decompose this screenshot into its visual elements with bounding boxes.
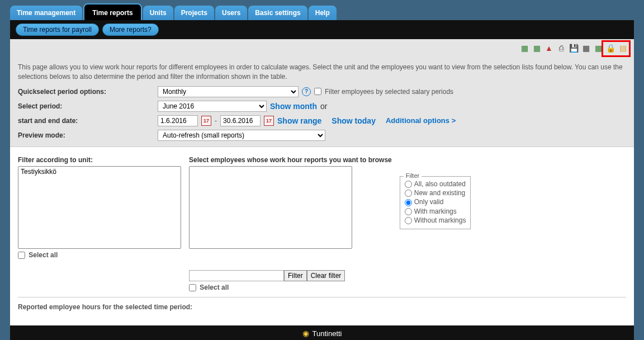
quickselect-label: Quickselect period options: [18,88,158,96]
date-dash: - [215,117,217,125]
employee-filter-label: Select employees whose work hour reports… [189,156,392,164]
tab-time-management[interactable]: Time management [10,6,82,20]
employee-filter-input[interactable] [189,270,284,281]
filter-all-radio[interactable] [405,181,412,188]
tab-time-reports[interactable]: Time reports [83,3,141,20]
additional-options-link[interactable]: Additional options > [386,116,456,125]
report-settings-icon[interactable]: ▤ [617,42,628,54]
tab-units[interactable]: Units [143,6,173,20]
unit-listbox[interactable]: Testiyksikkö [18,166,181,249]
content-area: This page allows you to view work hour r… [10,57,634,325]
filter-without-markings-radio[interactable] [405,217,412,224]
sub-tabs-bar: Time reports for payroll More reports? [10,20,634,39]
or-text: or [320,102,327,111]
filter-group: Filter All, also outdated New and existi… [400,176,471,230]
logo-icon: ◉ [302,329,309,338]
subtab-more-reports[interactable]: More reports? [102,23,159,36]
date-range-label: start and end date: [18,117,158,125]
export-pdf-icon[interactable]: ▲ [543,42,555,54]
show-month-link[interactable]: Show month [270,102,317,111]
employee-select-all[interactable]: Select all [189,284,626,291]
export-excel-alt-icon[interactable]: ▦ [531,42,542,54]
subtab-payroll-reports[interactable]: Time reports for payroll [16,23,99,36]
table-icon[interactable]: ▦ [580,42,591,54]
footer: ◉ Tuntinetti [10,325,634,340]
filter-by-salary-label: Filter employees by selected salary peri… [325,88,453,96]
employee-listbox[interactable] [189,166,352,249]
filter-new-existing-label: New and existing [414,189,465,197]
tab-basic-settings[interactable]: Basic settings [248,6,307,20]
footer-brand: Tuntinetti [312,329,342,338]
unit-select-all-checkbox[interactable] [18,252,25,259]
filter-new-existing-radio[interactable] [405,190,412,197]
help-icon[interactable]: ? [302,87,311,96]
main-tabs: Time management Time reports Units Proje… [10,6,634,20]
filter-only-valid-radio[interactable] [405,199,412,206]
show-range-link[interactable]: Show range [277,116,321,125]
filter-legend: Filter [404,172,422,179]
filter-only-valid-label: Only valid [414,198,444,206]
end-date-input[interactable] [220,115,261,126]
period-dropdown[interactable]: June 2016 [158,101,267,112]
reported-hours-label: Reported employee hours for the selected… [18,297,626,321]
tab-projects[interactable]: Projects [174,6,214,20]
lock-salary-icon[interactable]: 🔒 [605,42,616,54]
export-excel-icon[interactable]: ▦ [519,42,530,54]
filter-all-label: All, also outdated [414,180,466,188]
tab-help[interactable]: Help [309,6,337,20]
export-toolbar: ▦ ▦ ▲ ⎙ 💾 ▦ ▦ 🔒 ▤ [10,39,634,57]
select-period-label: Select period: [18,102,158,110]
calendar-end-icon[interactable]: 17 [264,116,274,126]
start-date-input[interactable] [158,115,198,126]
filter-by-salary-checkbox[interactable] [314,88,321,95]
show-today-link[interactable]: Show today [332,116,376,125]
employee-select-all-checkbox[interactable] [189,284,196,291]
filter-button[interactable]: Filter [284,270,307,281]
export-csv-icon[interactable]: ▦ [593,42,604,54]
tab-users[interactable]: Users [215,6,247,20]
save-icon[interactable]: 💾 [568,42,579,54]
calendar-start-icon[interactable]: 17 [201,116,211,126]
quickselect-dropdown[interactable]: Monthly [158,86,299,97]
clear-filter-button[interactable]: Clear filter [307,270,345,281]
preview-mode-dropdown[interactable]: Auto-refresh (small reports) [158,130,325,141]
filter-with-markings-label: With markings [414,207,457,215]
unit-filter-label: Filter according to unit: [18,156,181,164]
print-icon[interactable]: ⎙ [556,42,567,54]
filter-with-markings-radio[interactable] [405,208,412,215]
intro-text: This page allows you to view work hour r… [18,63,626,82]
filter-without-markings-label: Without markings [414,216,466,224]
preview-mode-label: Preview mode: [18,131,158,139]
unit-select-all[interactable]: Select all [18,251,181,259]
